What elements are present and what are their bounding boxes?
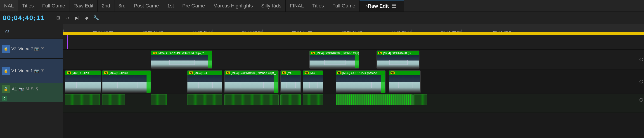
track-a2-indicator: C bbox=[2, 96, 7, 101]
track-v1-fullname: Video 1 bbox=[18, 68, 33, 73]
fx-badge: fx bbox=[104, 71, 108, 74]
clip-thumbnail bbox=[303, 75, 323, 93]
a1-clip-4[interactable] bbox=[187, 94, 222, 105]
a1-clip-7[interactable] bbox=[303, 94, 323, 105]
camera-icon-a1[interactable]: 📷 bbox=[19, 87, 24, 92]
ruler-mark-0: 00;00;24;00 bbox=[63, 30, 64, 32]
tab-marcus-highlights[interactable]: Marcus Highlights bbox=[209, 0, 257, 11]
a1-clip-8[interactable] bbox=[413, 94, 427, 105]
fx-badge: fx bbox=[226, 71, 230, 74]
solo-icon[interactable]: S bbox=[31, 87, 34, 91]
camera-icon-v1[interactable]: 📷 bbox=[34, 68, 39, 73]
a1-clip-1[interactable] bbox=[65, 94, 100, 105]
v2-clip-1[interactable]: fx [MC4] GOPR0498 (Stitched Clip)_2 bbox=[151, 51, 212, 69]
fx-badge: fx bbox=[67, 71, 71, 74]
clip-header: fx [MC bbox=[280, 70, 300, 75]
tab-raw-edit-1[interactable]: Raw Edit bbox=[70, 0, 98, 11]
tab-full-game[interactable]: Full Game bbox=[38, 0, 70, 11]
right-timeline[interactable]: 00;00;24;00 00;00;32;00 00;00;40;00 00;0… bbox=[63, 24, 644, 138]
eye-icon-v1[interactable]: 👁 bbox=[40, 68, 44, 73]
audio-waveform-active bbox=[336, 94, 412, 105]
mic-icon[interactable]: 🎙 bbox=[35, 87, 39, 91]
tab-label: Silly Kids bbox=[261, 3, 281, 9]
ruler-mark-6: 00;01;12;02 bbox=[362, 30, 362, 32]
clip-label: [MC4] GOPR0498 (Stitched Clip) bbox=[316, 51, 359, 55]
marker-icon[interactable]: ◆ bbox=[83, 14, 90, 21]
clip-header: fx [MC4] GOPR0498 (S bbox=[377, 51, 419, 55]
tab-post-game[interactable]: Post Game bbox=[130, 0, 163, 11]
clip-header: fx [MC4] GO bbox=[188, 70, 222, 75]
link-icon[interactable]: ∩ bbox=[64, 14, 71, 21]
timeline-area: V3 🔒 V2 Video 2 📷 👁 🔒 V1 Video 1 📷 👁 🔒 bbox=[0, 24, 644, 138]
track-v1-lock[interactable]: 🔒 bbox=[2, 67, 10, 75]
clip-label: [MC4] GO bbox=[194, 71, 207, 75]
clip-green-end bbox=[274, 75, 278, 93]
v1-clip-1[interactable]: fx [MC1] GOPR bbox=[65, 70, 101, 93]
tab-final[interactable]: FINAL bbox=[286, 0, 308, 11]
v1-clip-4[interactable]: fx [MC4] GOPR0498 (Stitched Clip)_2 bbox=[224, 70, 278, 93]
clip-thumbnail bbox=[310, 55, 359, 68]
ripple-icon[interactable]: ▶| bbox=[74, 14, 81, 21]
audio-waveform bbox=[188, 94, 222, 105]
v2-clip-2[interactable]: fx [MC4] GOPR0498 (Stitched Clip) bbox=[309, 51, 359, 69]
tab-full-game2[interactable]: Full Game bbox=[328, 0, 359, 11]
tab-raw-edit-active[interactable]: × Raw Edit ☰ bbox=[360, 0, 404, 11]
audio-waveform bbox=[414, 94, 427, 105]
close-icon[interactable]: × bbox=[366, 3, 368, 8]
v1-clip-5[interactable]: fx [MC bbox=[280, 70, 301, 93]
right-circle-v1 bbox=[640, 80, 643, 83]
tab-3rd[interactable]: 3rd bbox=[114, 0, 130, 11]
tab-label: NAL bbox=[4, 3, 14, 9]
eye-icon-v2[interactable]: 👁 bbox=[40, 46, 44, 51]
tab-label: Titles bbox=[22, 3, 34, 9]
clip-label: [MC4] GOPR0 bbox=[109, 71, 128, 75]
a1-clip-2[interactable] bbox=[102, 94, 125, 105]
v1-clip-7[interactable]: fx [MC2] GOPR0224 (Stitche bbox=[336, 70, 386, 93]
a1-clip-3[interactable] bbox=[151, 94, 167, 105]
track-header-a1: 🔒 A1 📷 M S 🎙 bbox=[0, 83, 63, 95]
track-a1-name: A1 bbox=[12, 87, 17, 92]
v1-clip-8[interactable]: fx bbox=[389, 70, 420, 93]
v2-clip-3[interactable]: fx [MC4] GOPR0498 (S bbox=[376, 51, 420, 69]
v1-clip-3[interactable]: fx [MC4] GO bbox=[187, 70, 222, 93]
a1-clip-active[interactable] bbox=[336, 94, 413, 105]
track-v2-lock[interactable]: 🔒 bbox=[2, 45, 10, 53]
clip-label: [MC1] GOPR bbox=[72, 71, 89, 75]
tab-label: 1st bbox=[167, 3, 174, 9]
fx-badge: fx bbox=[304, 71, 309, 74]
tab-1st[interactable]: 1st bbox=[163, 0, 178, 11]
right-circle-v2 bbox=[640, 58, 643, 61]
rink-art bbox=[310, 55, 359, 68]
tab-nal[interactable]: NAL bbox=[0, 0, 18, 11]
tab-label: Pre Game bbox=[182, 3, 205, 9]
wrench-icon[interactable]: 🔧 bbox=[92, 14, 100, 21]
camera-icon-v2[interactable]: 📷 bbox=[34, 46, 39, 51]
mute-icon[interactable]: M bbox=[26, 87, 29, 91]
tab-2nd[interactable]: 2nd bbox=[98, 0, 114, 11]
fx-badge: fx bbox=[311, 52, 315, 54]
tab-titles[interactable]: Titles bbox=[18, 0, 38, 11]
tab-menu-icon[interactable]: ☰ bbox=[389, 3, 400, 9]
audio-waveform bbox=[151, 94, 167, 105]
grid-icon[interactable]: ⊞ bbox=[54, 14, 62, 21]
clip-header: fx [MC4] GOPR0 bbox=[102, 70, 150, 75]
tab-label: Raw Edit bbox=[368, 3, 389, 9]
rink-art bbox=[377, 55, 419, 68]
tab-label: Post Game bbox=[134, 3, 159, 9]
tab-silly-kids[interactable]: Silly Kids bbox=[257, 0, 286, 11]
audio-waveform bbox=[280, 94, 300, 105]
clip-label: [MC2] GOPR0224 (Stitche bbox=[342, 71, 377, 75]
toolbar-separator bbox=[51, 14, 51, 21]
tab-pre-game[interactable]: Pre Game bbox=[178, 0, 209, 11]
tab-titles2[interactable]: Titles bbox=[308, 0, 328, 11]
track-header-v3: V3 bbox=[0, 24, 63, 39]
a1-clip-6[interactable] bbox=[280, 94, 301, 105]
clip-header: fx [MC bbox=[303, 70, 323, 75]
v1-clip-2[interactable]: fx [MC4] GOPR0 bbox=[102, 70, 151, 93]
a1-clip-5[interactable] bbox=[224, 94, 278, 105]
fx-badge: fx bbox=[338, 71, 342, 74]
track-row-v1: fx [MC1] GOPR fx [MC4] GOPR0 bbox=[63, 69, 644, 94]
v1-clip-6[interactable]: fx [MC bbox=[303, 70, 323, 93]
left-panel: V3 🔒 V2 Video 2 📷 👁 🔒 V1 Video 1 📷 👁 🔒 bbox=[0, 24, 63, 138]
track-a1-lock[interactable]: 🔒 bbox=[2, 85, 10, 93]
